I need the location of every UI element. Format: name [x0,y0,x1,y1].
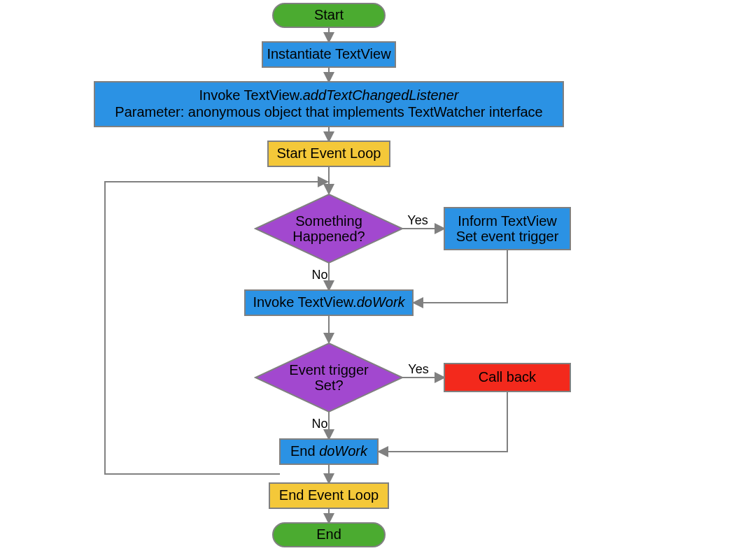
end-dowork-label: End doWork [290,443,368,459]
end-label: End [316,526,341,542]
end-loop-node: End Event Loop [269,483,388,508]
start-label: Start [314,7,344,22]
end-node: End [273,523,385,547]
dowork-label: Invoke TextView.doWork [253,294,405,310]
start-node: Start [273,3,385,27]
callback-node: Call back [444,364,570,392]
start-loop-node: Start Event Loop [268,141,390,166]
something-l2: Happened? [292,229,365,244]
dowork-node: Invoke TextView.doWork [245,290,413,315]
start-loop-label: Start Event Loop [277,145,381,161]
something-happened-node: Something Happened? [255,194,402,263]
callback-label: Call back [479,369,537,385]
event-trigger-node: Event trigger Set? [255,343,402,412]
inform-l1: Inform TextView [458,213,557,229]
no2-label: No [311,417,327,431]
flowchart: Start Instantiate TextView Invoke TextVi… [0,0,748,560]
instantiate-node: Instantiate TextView [262,42,395,67]
inform-textview-node: Inform TextView Set event trigger [444,208,570,250]
yes2-label: Yes [408,362,428,376]
trigger-l2: Set? [314,378,343,393]
invoke-listener-line2: Parameter: anonymous object that impleme… [115,104,542,120]
yes1-label: Yes [407,213,428,227]
invoke-listener-node: Invoke TextView.addTextChangedListener P… [94,82,563,127]
no1-label: No [311,268,327,282]
something-l1: Something [295,213,362,229]
end-loop-label: End Event Loop [279,487,379,503]
end-dowork-node: End doWork [280,439,378,464]
trigger-l1: Event trigger [289,362,369,378]
invoke-listener-line1: Invoke TextView.addTextChangedListener [199,87,459,103]
instantiate-label: Instantiate TextView [267,46,391,62]
inform-l2: Set event trigger [456,229,559,244]
